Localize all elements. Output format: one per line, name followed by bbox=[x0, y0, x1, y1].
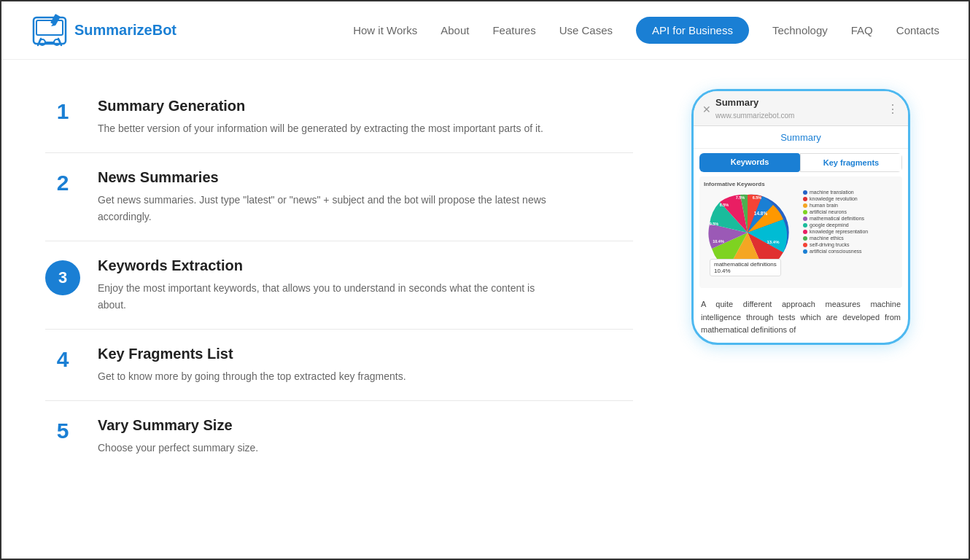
phone-url: www.summarizebot.com bbox=[715, 112, 794, 120]
nav-technology[interactable]: Technology bbox=[772, 24, 828, 36]
legend-label-4: artificial neurons bbox=[810, 209, 847, 214]
phone-browser-bar: ✕ Summary www.summarizebot.com ⋮ bbox=[694, 91, 908, 126]
svg-text:9.5%: 9.5% bbox=[710, 222, 719, 226]
logo-link[interactable]: SummarizeBot bbox=[31, 12, 176, 50]
feature-content-5: Vary Summary Size Choose your perfect su… bbox=[98, 417, 258, 456]
phone-page-title: Summary bbox=[715, 97, 794, 108]
feature-title-5: Vary Summary Size bbox=[98, 417, 258, 434]
legend-label-5: mathematical definitions bbox=[810, 216, 864, 221]
phone-body-text: A quite different approach measures mach… bbox=[694, 292, 908, 343]
phone-keyfragments-button[interactable]: Key fragments bbox=[800, 153, 902, 172]
logo-text: SummarizeBot bbox=[74, 22, 176, 39]
legend-dot-7 bbox=[803, 230, 807, 234]
navbar: SummarizeBot How it Works About Features… bbox=[1, 1, 969, 60]
legend-item-9: self-driving trucks bbox=[803, 242, 898, 247]
legend-dot-5 bbox=[803, 217, 807, 221]
feature-content-3: Keywords Extraction Enjoy the most impor… bbox=[98, 257, 550, 313]
svg-rect-0 bbox=[34, 18, 66, 44]
feature-content-1: Summary Generation The better version of… bbox=[98, 98, 543, 136]
legend-label-10: artificial consciousness bbox=[810, 249, 862, 254]
main-content: 1 Summary Generation The better version … bbox=[1, 60, 969, 560]
chart-title: Informative Keywords bbox=[704, 181, 799, 187]
feature-item-2: 2 News Summaries Get news summaries. Jus… bbox=[45, 153, 633, 241]
phone-keywords-button[interactable]: Keywords bbox=[699, 153, 800, 172]
nav-faq[interactable]: FAQ bbox=[851, 24, 873, 36]
legend-label-9: self-driving trucks bbox=[810, 242, 849, 247]
nav-features[interactable]: Features bbox=[492, 24, 535, 36]
feature-title-2: News Summaries bbox=[98, 169, 550, 186]
nav-use-cases[interactable]: Use Cases bbox=[559, 24, 613, 36]
phone-chart-area: Informative Keywords bbox=[699, 176, 902, 288]
legend-dot-4 bbox=[803, 210, 807, 214]
feature-item-4: 4 Key Fragments List Get to know more by… bbox=[45, 330, 633, 401]
legend-dot-8 bbox=[803, 236, 807, 241]
legend-item-6: google deepmind bbox=[803, 222, 898, 228]
legend-label-3: human brain bbox=[810, 203, 838, 208]
features-list: 1 Summary Generation The better version … bbox=[45, 82, 648, 560]
feature-content-2: News Summaries Get news summaries. Just … bbox=[98, 169, 550, 225]
legend-dot-1 bbox=[803, 190, 807, 195]
feature-desc-1: The better version of your information w… bbox=[98, 120, 543, 136]
svg-text:13.4%: 13.4% bbox=[767, 240, 780, 244]
svg-text:7.5%: 7.5% bbox=[736, 195, 745, 200]
legend-item-1: machine translation bbox=[803, 190, 898, 195]
legend-item-10: artificial consciousness bbox=[803, 249, 898, 254]
legend-label-2: knowledge revolution bbox=[810, 196, 858, 201]
step-number-3: 3 bbox=[45, 260, 80, 295]
feature-item-3: 3 Keywords Extraction Enjoy the most imp… bbox=[45, 241, 633, 330]
nav-list: How it Works About Features Use Cases AP… bbox=[353, 24, 939, 37]
feature-title-3: Keywords Extraction bbox=[98, 257, 550, 274]
nav-contacts[interactable]: Contacts bbox=[896, 24, 939, 36]
feature-item-5: 5 Vary Summary Size Choose your perfect … bbox=[45, 401, 633, 472]
phone-title-block: Summary www.summarizebot.com bbox=[715, 97, 794, 121]
nav-api-button[interactable]: API for Business bbox=[636, 17, 749, 44]
legend-label-8: machine ethics bbox=[810, 236, 844, 241]
svg-text:14.8%: 14.8% bbox=[754, 211, 768, 216]
logo-icon bbox=[31, 12, 69, 50]
svg-text:8.5%: 8.5% bbox=[720, 203, 729, 207]
legend-dot-6 bbox=[803, 223, 807, 228]
phone-mockup-container: ✕ Summary www.summarizebot.com ⋮ Summary… bbox=[677, 82, 925, 560]
legend-label-7: knowledge representation bbox=[810, 229, 868, 234]
feature-item-1: 1 Summary Generation The better version … bbox=[45, 82, 633, 153]
nav-how-it-works[interactable]: How it Works bbox=[353, 24, 417, 36]
feature-title-1: Summary Generation bbox=[98, 98, 543, 114]
step-number-4: 4 bbox=[45, 349, 80, 370]
phone-bar-left: ✕ Summary www.summarizebot.com bbox=[702, 97, 794, 121]
phone-summary-tab[interactable]: Summary bbox=[694, 126, 908, 149]
phone-toggle-bar: Keywords Key fragments bbox=[699, 153, 902, 172]
feature-desc-5: Choose your perfect summary size. bbox=[98, 440, 258, 456]
legend-dot-3 bbox=[803, 203, 807, 208]
legend-label-1: machine translation bbox=[810, 190, 854, 195]
step-number-2: 2 bbox=[45, 172, 80, 194]
nav-about[interactable]: About bbox=[441, 24, 469, 36]
feature-desc-4: Get to know more by going through the to… bbox=[98, 368, 406, 384]
phone-mockup: ✕ Summary www.summarizebot.com ⋮ Summary… bbox=[691, 89, 910, 345]
feature-content-4: Key Fragments List Get to know more by g… bbox=[98, 346, 406, 384]
feature-desc-3: Enjoy the most important keywords, that … bbox=[98, 280, 550, 313]
svg-text:10.4%: 10.4% bbox=[713, 239, 724, 244]
legend-dot-2 bbox=[803, 197, 807, 201]
feature-desc-2: Get news summaries. Just type "latest" o… bbox=[98, 192, 550, 225]
legend-item-8: machine ethics bbox=[803, 236, 898, 241]
phone-tab-summary-label: Summary bbox=[780, 132, 821, 143]
legend-item-5: mathematical definitions bbox=[803, 216, 898, 221]
step-number-5: 5 bbox=[45, 420, 80, 442]
phone-close-icon: ✕ bbox=[702, 104, 711, 115]
legend-label-6: google deepmind bbox=[810, 222, 849, 228]
legend-item-7: knowledge representation bbox=[803, 229, 898, 234]
step-number-1: 1 bbox=[45, 101, 80, 122]
chart-legend: machine translation knowledge revolution… bbox=[803, 181, 898, 284]
svg-rect-1 bbox=[36, 20, 63, 35]
legend-item-4: artificial neurons bbox=[803, 209, 898, 214]
legend-item-3: human brain bbox=[803, 203, 898, 208]
pie-tooltip: mathematical definitions10.4% bbox=[710, 259, 781, 276]
svg-text:6.5%: 6.5% bbox=[753, 195, 762, 200]
pie-chart: 14.8% 13.4% 12.4% 11.4% 10.4% 9.5% 8.5% … bbox=[704, 189, 799, 284]
legend-dot-9 bbox=[803, 243, 807, 247]
feature-title-4: Key Fragments List bbox=[98, 346, 406, 362]
phone-menu-dots: ⋮ bbox=[887, 102, 899, 116]
legend-dot-10 bbox=[803, 249, 807, 254]
legend-item-2: knowledge revolution bbox=[803, 196, 898, 201]
